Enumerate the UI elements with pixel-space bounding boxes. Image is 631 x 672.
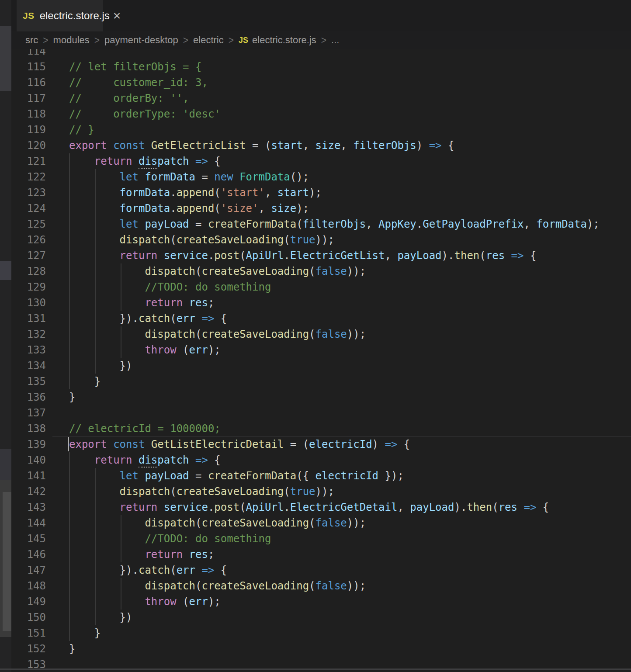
indent-guide <box>121 578 121 610</box>
code-text[interactable]: return res; <box>69 547 214 562</box>
code-text[interactable]: // electricId = 1000000; <box>69 421 221 436</box>
code-text[interactable]: dispatch(createSaveLoading(true)); <box>69 232 334 248</box>
tab-bar: JS electric.store.js × <box>11 0 631 31</box>
code-line-136[interactable]: 136} <box>0 389 631 405</box>
code-line-117[interactable]: 117// orderBy: '', <box>0 90 631 106</box>
code-text[interactable]: return dispatch => { <box>69 153 221 169</box>
js-file-icon: JS <box>239 36 248 45</box>
chevron-right-icon: > <box>321 34 326 46</box>
indent-guide <box>69 452 70 641</box>
code-text[interactable]: // customer_id: 3, <box>69 75 208 90</box>
sidebar-item-fragment <box>0 261 11 280</box>
code-text[interactable]: formData.append('start', start); <box>69 185 322 201</box>
code-text[interactable]: dispatch(createSaveLoading(true)); <box>69 484 334 499</box>
code-text[interactable]: }).catch(err => { <box>69 311 227 326</box>
code-line-119[interactable]: 119// } <box>0 122 631 138</box>
code-editor[interactable]: 114115// let filterObjs = {116// custome… <box>0 49 631 672</box>
code-text[interactable]: throw (err); <box>69 594 221 610</box>
breadcrumb-symbol-tail[interactable]: ... <box>331 35 339 46</box>
code-text[interactable]: // orderType: 'desc' <box>69 106 221 122</box>
code-text[interactable]: let payLoad = createFormData(filterObjs,… <box>69 216 600 232</box>
code-text[interactable]: // } <box>69 122 94 138</box>
code-lines: 114115// let filterObjs = {116// custome… <box>0 49 631 672</box>
code-text[interactable]: return service.post(ApiUrl.ElectricGetLi… <box>69 248 536 263</box>
breadcrumb-item-electric[interactable]: electric <box>193 35 224 46</box>
sidebar-sliver <box>0 0 11 672</box>
code-text[interactable]: export const GetListElectricDetail = (el… <box>69 436 410 452</box>
indent-guide <box>95 169 96 374</box>
code-text[interactable]: dispatch(createSaveLoading(false)); <box>69 515 366 531</box>
code-text[interactable]: }).catch(err => { <box>69 562 227 578</box>
code-text[interactable]: // orderBy: '', <box>69 90 189 106</box>
code-line-115[interactable]: 115// let filterObjs = { <box>0 59 631 75</box>
sidebar-item-fragment <box>0 449 11 480</box>
indent-guide <box>95 468 96 625</box>
code-line-116[interactable]: 116// customer_id: 3, <box>0 75 631 90</box>
code-text[interactable]: dispatch(createSaveLoading(false)); <box>69 578 366 594</box>
code-text[interactable]: return service.post(ApiUrl.ElectricGetDe… <box>69 499 549 515</box>
indent-guide <box>121 263 121 311</box>
code-line-137[interactable]: 137 <box>0 405 631 421</box>
panel-divider <box>0 669 631 670</box>
sidebar-item-fragment <box>0 26 11 91</box>
tab-filename: electric.store.js <box>40 10 110 22</box>
chevron-right-icon: > <box>43 34 48 46</box>
code-text[interactable]: }) <box>69 610 132 625</box>
breadcrumb: src>modules>payment-desktop>electric>JSe… <box>11 31 631 49</box>
code-text[interactable]: dispatch(createSaveLoading(false)); <box>69 326 366 342</box>
code-text[interactable]: return dispatch => { <box>69 452 221 468</box>
code-line-151[interactable]: 151 } <box>0 625 631 641</box>
code-text[interactable]: } <box>69 641 75 657</box>
code-text[interactable]: let formData = new FormData(); <box>69 169 309 185</box>
tab-electric-store-js[interactable]: JS electric.store.js × <box>17 0 103 31</box>
code-text[interactable]: } <box>69 389 75 405</box>
indent-guide <box>121 326 121 358</box>
code-line-114[interactable]: 114 <box>0 49 631 59</box>
code-line-120[interactable]: 120export const GetElectricList = (start… <box>0 138 631 153</box>
code-text[interactable]: } <box>69 374 101 389</box>
code-line-138[interactable]: 138// electricId = 1000000; <box>0 421 631 436</box>
code-text[interactable]: }) <box>69 358 132 374</box>
code-text[interactable]: return res; <box>69 295 214 311</box>
code-text[interactable]: //TODO: do something <box>69 531 271 547</box>
code-line-135[interactable]: 135 } <box>0 374 631 389</box>
indent-guide <box>69 153 70 389</box>
code-text[interactable]: dispatch(createSaveLoading(false)); <box>69 263 366 279</box>
breadcrumb-item-src[interactable]: src <box>25 35 38 46</box>
code-line-118[interactable]: 118// orderType: 'desc' <box>0 106 631 122</box>
code-text[interactable]: // let filterObjs = { <box>69 59 201 75</box>
scrollbar-thumb[interactable] <box>3 492 11 631</box>
code-line-152[interactable]: 152} <box>0 641 631 657</box>
chevron-right-icon: > <box>94 34 100 46</box>
code-line-139[interactable]: 139export const GetListElectricDetail = … <box>0 436 631 452</box>
js-file-icon: JS <box>23 10 35 21</box>
code-text[interactable]: } <box>69 625 101 641</box>
code-text[interactable]: throw (err); <box>69 342 221 358</box>
breadcrumb-item-modules[interactable]: modules <box>53 35 90 46</box>
code-text[interactable]: export const GetElectricList = (start, s… <box>69 138 454 153</box>
chevron-right-icon: > <box>229 34 234 46</box>
code-text[interactable]: formData.append('size', size); <box>69 201 309 216</box>
code-text[interactable]: //TODO: do something <box>69 279 271 295</box>
chevron-right-icon: > <box>183 34 188 46</box>
close-icon[interactable]: × <box>113 9 121 22</box>
code-line-140[interactable]: 140 return dispatch => { <box>0 452 631 468</box>
code-line-121[interactable]: 121 return dispatch => { <box>0 153 631 169</box>
breadcrumb-item-file[interactable]: electric.store.js <box>252 35 316 46</box>
breadcrumb-item-payment-desktop[interactable]: payment-desktop <box>104 35 178 46</box>
code-text[interactable]: let payLoad = createFormData({ electricI… <box>69 468 404 484</box>
text-cursor <box>68 437 69 451</box>
indent-guide <box>121 515 121 562</box>
